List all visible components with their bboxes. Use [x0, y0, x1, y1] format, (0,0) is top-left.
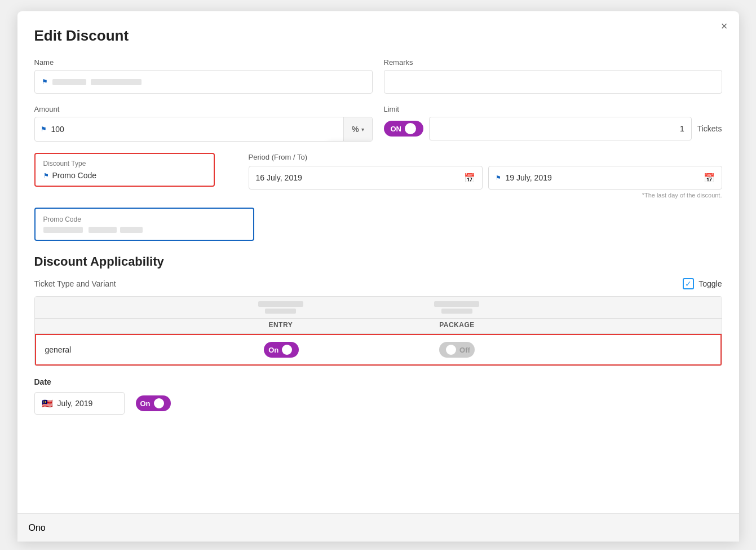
table-header-empty-2: [545, 297, 722, 318]
row-empty: [545, 343, 720, 357]
date-toggle[interactable]: On: [136, 395, 171, 411]
subheader-entry: ENTRY: [193, 319, 369, 333]
promo-code-box: Promo Code: [34, 208, 254, 241]
table-subheader: ENTRY PACKAGE: [35, 319, 722, 334]
remarks-group: Remarks: [384, 58, 722, 94]
remarks-label: Remarks: [384, 58, 722, 67]
limit-input[interactable]: [429, 117, 692, 140]
date-section: Date 🇲🇾 July, 2019 On: [34, 377, 722, 415]
period-group: Period (From / To) 16 July, 2019 📅 ⚑ 19 …: [249, 153, 722, 199]
promo-blur-2: [89, 227, 117, 233]
date-field[interactable]: 🇲🇾 July, 2019: [34, 392, 125, 415]
subheader-empty-2: [545, 319, 722, 333]
blur-h1a: [258, 301, 303, 307]
promo-blur-3: [120, 227, 143, 233]
amount-label: Amount: [34, 105, 373, 113]
amount-limit-row: Amount ⚑ % ▾ RM %: [34, 105, 722, 142]
amount-input[interactable]: [47, 117, 344, 141]
limit-unit: Tickets: [697, 124, 722, 133]
package-toggle[interactable]: Off: [439, 342, 475, 358]
amount-flag-icon: ⚑: [41, 125, 47, 133]
toggle-checkbox[interactable]: ✓: [683, 278, 694, 289]
blur-h2b: [441, 309, 472, 314]
blur-h2a: [434, 301, 479, 307]
entry-toggle-label: On: [268, 346, 278, 354]
ticket-table: ENTRY PACKAGE general On Off: [34, 296, 722, 366]
date-flag-icon: 🇲🇾: [42, 398, 53, 409]
discount-type-flag: ⚑: [43, 172, 49, 179]
period-note: *The last day of the discount.: [249, 192, 722, 199]
name-blur-2: [91, 79, 142, 85]
amount-dropdown-container: % ▾ RM %: [343, 117, 372, 141]
calendar-to-icon: 📅: [704, 173, 715, 183]
applicability-title: Discount Applicability: [34, 254, 722, 269]
name-group: Name ⚑: [34, 58, 373, 94]
bottom-label: Ono: [29, 523, 46, 533]
bottom-nav: Ono: [17, 513, 739, 542]
period-inputs: 16 July, 2019 📅 ⚑ 19 July, 2019 📅: [249, 166, 722, 190]
ticket-type-label: Ticket Type and Variant: [34, 279, 116, 288]
date-row: 🇲🇾 July, 2019 On: [34, 392, 722, 415]
limit-label: Limit: [384, 105, 722, 113]
toggle-text: Toggle: [698, 279, 722, 288]
entry-toggle[interactable]: On: [264, 342, 299, 358]
name-remarks-row: Name ⚑ Remarks: [34, 58, 722, 94]
table-header-top: [35, 297, 722, 319]
table-header-blurred-1: [193, 297, 369, 318]
entry-toggle-thumb: [282, 345, 292, 355]
subheader-package: PACKAGE: [369, 319, 545, 333]
date-toggle-label: On: [140, 399, 151, 408]
period-to-flag: ⚑: [496, 174, 501, 182]
blur-h1b: [265, 309, 296, 314]
period-to-input[interactable]: ⚑ 19 July, 2019 📅: [488, 166, 722, 190]
close-button[interactable]: ×: [721, 20, 728, 32]
table-header-blurred-2: [369, 297, 545, 318]
limit-group: Limit ON Tickets: [384, 105, 722, 140]
period-to-text: 19 July, 2019: [506, 173, 699, 182]
name-label: Name: [34, 58, 373, 67]
edit-discount-modal: × Edit Discount Name ⚑ Remarks Amount ⚑: [17, 11, 739, 542]
discount-type-label: Discount Type: [43, 160, 206, 168]
period-from-input[interactable]: 16 July, 2019 📅: [249, 166, 483, 190]
dropdown-selected: %: [352, 125, 359, 134]
promo-blur-1: [43, 227, 83, 233]
date-month: July, 2019: [58, 399, 93, 408]
calendar-from-icon: 📅: [464, 173, 475, 183]
table-header-empty: [35, 297, 193, 318]
date-toggle-thumb: [154, 398, 164, 408]
amount-input-wrapper: ⚑ % ▾ RM %: [34, 117, 373, 142]
package-toggle-thumb: [446, 345, 456, 355]
promo-code-label: Promo Code: [43, 215, 245, 223]
applicability-header: Ticket Type and Variant ✓ Toggle: [34, 278, 722, 289]
toggle-group: ✓ Toggle: [683, 278, 722, 289]
discount-type-box: Discount Type ⚑ Promo Code: [34, 153, 215, 187]
subheader-empty: [35, 319, 193, 333]
amount-group: Amount ⚑ % ▾ RM %: [34, 105, 373, 142]
row-name: general: [36, 338, 194, 361]
amount-dropdown-button[interactable]: % ▾: [343, 117, 372, 141]
date-section-title: Date: [34, 377, 722, 386]
dropdown-menu: RM %: [328, 141, 373, 142]
remarks-input[interactable]: [384, 70, 722, 94]
table-row: general On Off: [35, 334, 722, 366]
limit-toggle-label: ON: [391, 125, 402, 133]
row-package-cell: Off: [369, 335, 545, 364]
limit-toggle[interactable]: ON: [384, 121, 423, 137]
flag-icon: ⚑: [42, 78, 48, 86]
package-toggle-label: Off: [459, 346, 470, 354]
chevron-down-icon: ▾: [361, 126, 364, 133]
limit-toggle-thumb: [405, 123, 416, 134]
period-from-text: 16 July, 2019: [256, 173, 459, 182]
modal-title: Edit Discount: [34, 27, 722, 45]
discount-type-value: Promo Code: [52, 171, 97, 180]
name-blur-1: [52, 79, 86, 85]
discount-period-row: Discount Type ⚑ Promo Code Period (From …: [34, 153, 722, 199]
period-label: Period (From / To): [249, 153, 722, 161]
row-entry-cell: On: [194, 335, 369, 364]
limit-row: ON Tickets: [384, 117, 722, 140]
